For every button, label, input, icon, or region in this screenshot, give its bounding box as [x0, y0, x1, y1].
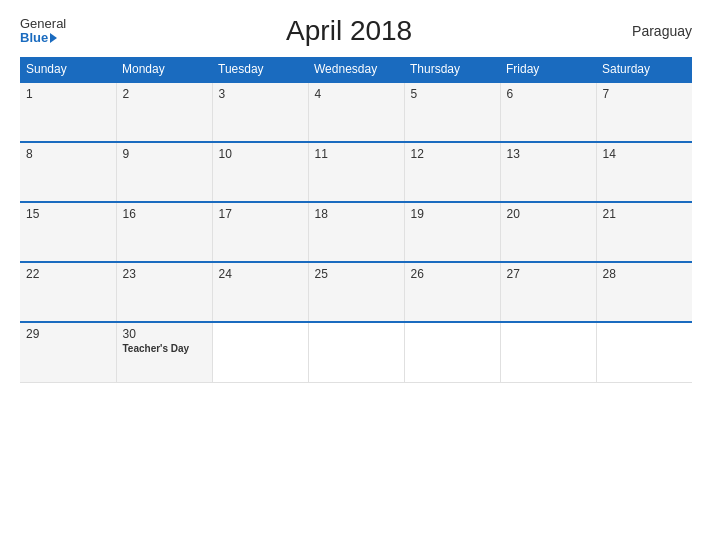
day-cell: 19: [404, 202, 500, 262]
day-number: 17: [219, 207, 302, 221]
logo-triangle-icon: [50, 33, 57, 43]
day-number: 5: [411, 87, 494, 101]
header-saturday: Saturday: [596, 57, 692, 82]
day-cell: 30Teacher's Day: [116, 322, 212, 382]
day-cell: 1: [20, 82, 116, 142]
day-cell: 13: [500, 142, 596, 202]
day-cell: 24: [212, 262, 308, 322]
day-number: 4: [315, 87, 398, 101]
day-number: 28: [603, 267, 687, 281]
day-cell: 10: [212, 142, 308, 202]
day-number: 22: [26, 267, 110, 281]
holiday-label: Teacher's Day: [123, 343, 206, 354]
day-cell: 29: [20, 322, 116, 382]
day-number: 10: [219, 147, 302, 161]
day-cell: 22: [20, 262, 116, 322]
day-number: 26: [411, 267, 494, 281]
day-cell: 14: [596, 142, 692, 202]
day-cell: 21: [596, 202, 692, 262]
country-label: Paraguay: [632, 23, 692, 39]
day-number: 25: [315, 267, 398, 281]
day-cell: 3: [212, 82, 308, 142]
day-number: 23: [123, 267, 206, 281]
day-cell: [404, 322, 500, 382]
header-tuesday: Tuesday: [212, 57, 308, 82]
day-cell: [308, 322, 404, 382]
day-cell: 5: [404, 82, 500, 142]
logo-blue-text: Blue: [20, 31, 57, 45]
day-number: 6: [507, 87, 590, 101]
day-number: 1: [26, 87, 110, 101]
calendar-header: General Blue April 2018 Paraguay: [20, 15, 692, 47]
header-thursday: Thursday: [404, 57, 500, 82]
day-cell: 12: [404, 142, 500, 202]
header-friday: Friday: [500, 57, 596, 82]
weekday-header-row: Sunday Monday Tuesday Wednesday Thursday…: [20, 57, 692, 82]
day-number: 19: [411, 207, 494, 221]
logo-general-text: General: [20, 17, 66, 31]
week-row-3: 15161718192021: [20, 202, 692, 262]
logo: General Blue: [20, 17, 66, 46]
day-number: 14: [603, 147, 687, 161]
day-number: 3: [219, 87, 302, 101]
header-sunday: Sunday: [20, 57, 116, 82]
week-row-1: 1234567: [20, 82, 692, 142]
day-cell: [500, 322, 596, 382]
day-cell: 2: [116, 82, 212, 142]
header-wednesday: Wednesday: [308, 57, 404, 82]
day-number: 7: [603, 87, 687, 101]
calendar-table: Sunday Monday Tuesday Wednesday Thursday…: [20, 57, 692, 383]
day-cell: 11: [308, 142, 404, 202]
day-cell: 25: [308, 262, 404, 322]
day-cell: 18: [308, 202, 404, 262]
day-cell: 27: [500, 262, 596, 322]
day-number: 8: [26, 147, 110, 161]
day-cell: 20: [500, 202, 596, 262]
day-cell: [596, 322, 692, 382]
day-number: 29: [26, 327, 110, 341]
day-number: 20: [507, 207, 590, 221]
day-cell: 16: [116, 202, 212, 262]
day-cell: 4: [308, 82, 404, 142]
week-row-2: 891011121314: [20, 142, 692, 202]
day-cell: 8: [20, 142, 116, 202]
day-number: 27: [507, 267, 590, 281]
day-cell: 17: [212, 202, 308, 262]
day-cell: 26: [404, 262, 500, 322]
day-cell: 28: [596, 262, 692, 322]
day-number: 12: [411, 147, 494, 161]
week-row-5: 2930Teacher's Day: [20, 322, 692, 382]
day-cell: 23: [116, 262, 212, 322]
day-number: 18: [315, 207, 398, 221]
day-number: 13: [507, 147, 590, 161]
day-cell: 6: [500, 82, 596, 142]
day-number: 9: [123, 147, 206, 161]
day-number: 21: [603, 207, 687, 221]
day-cell: 9: [116, 142, 212, 202]
day-number: 15: [26, 207, 110, 221]
day-number: 30: [123, 327, 206, 341]
header-monday: Monday: [116, 57, 212, 82]
day-number: 2: [123, 87, 206, 101]
day-number: 16: [123, 207, 206, 221]
day-cell: [212, 322, 308, 382]
day-cell: 7: [596, 82, 692, 142]
week-row-4: 22232425262728: [20, 262, 692, 322]
calendar-title: April 2018: [286, 15, 412, 47]
day-cell: 15: [20, 202, 116, 262]
day-number: 11: [315, 147, 398, 161]
day-number: 24: [219, 267, 302, 281]
